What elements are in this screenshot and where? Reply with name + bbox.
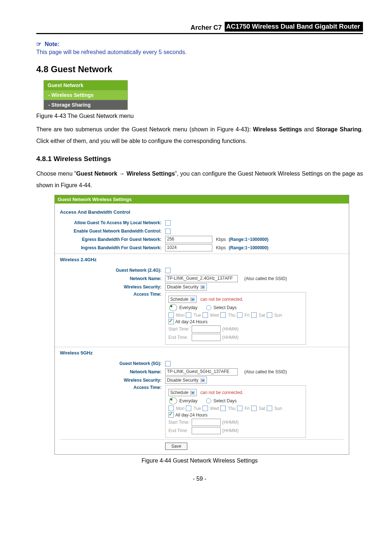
d-fri-24: Fri [245,313,250,318]
chevron-down-icon: ▾ [201,285,205,289]
guest-network-menu: Guest Network - Wireless Settings - Stor… [44,80,128,110]
para1-part-c: and [302,126,316,132]
chevron-down-icon: ▾ [201,378,205,382]
para2-c: Wireless Settings [126,171,175,177]
chk-mon-24[interactable] [168,312,174,318]
lbl-allday-24: All day-24 Hours [175,319,208,324]
radio-everyday-5[interactable] [169,397,177,405]
group-access-title: Access And Bandwidth Control [60,209,344,216]
page-number: - 59 - [36,476,363,482]
lbl-start-5: Start Time: [168,420,190,425]
lbl-everyday-5: Everyday [179,398,197,403]
divider-2 [55,347,349,347]
select-ws24-value: Disable Security [167,284,199,290]
chk-thu-24[interactable] [220,312,226,318]
select-schedule-5[interactable]: Schedule ▾ [168,389,197,396]
chk-allow-local[interactable] [165,220,171,226]
input-nn5[interactable]: TP-LINK_Guest_5GHz_137AFE [165,368,238,376]
row-ingress: Ingress Bandwidth For Guest Network: 102… [60,244,344,251]
input-ingress[interactable]: 1024 [165,244,212,251]
chk-allday-24[interactable] [168,319,174,324]
chk-thu-5[interactable] [220,406,226,411]
lbl-everyday-24: Everyday [179,305,197,310]
row-egress: Egress Bandwidth For Guest Network: 256 … [60,236,344,243]
input-egress[interactable]: 256 [165,236,212,243]
para2-arrow: → [117,171,126,177]
lbl-gn5: Guest Network (5G): [60,361,165,366]
input-end-24[interactable] [192,334,221,341]
chk-sat-5[interactable] [251,406,257,411]
select-ws5[interactable]: Disable Security ▾ [165,377,207,384]
panel-body: Access And Bandwidth Control Allow Guest… [55,204,349,454]
ssid-hint-24: (Also called the SSID) [244,276,287,281]
input-start-5[interactable] [192,419,221,426]
lbl-select-days-5: Select Days [213,398,237,403]
radio-select-days-5[interactable] [206,398,211,403]
d-thu-5: Thu [228,406,236,411]
chk-sun-24[interactable] [267,312,272,318]
chk-wed-5[interactable] [203,406,208,411]
menu-title: Guest Network [44,81,127,90]
para1-part-a: There are two submenus under the Guest N… [36,126,253,132]
d-sun-5: Sun [274,406,282,411]
hhmm-start-5: (HHMM) [222,420,238,425]
d-wed-24: Wed [210,313,219,318]
lbl-select-days-24: Select Days [213,305,237,310]
subsection-heading: 4.8.1 Wireless Settings [36,155,363,163]
menu-storage-sharing[interactable]: - Storage Sharing [44,100,127,110]
schedule-warning-5: can not be connected. [200,390,243,395]
lbl-ingress: Ingress Bandwidth For Guest Network: [60,245,165,250]
d-thu-24: Thu [228,313,236,318]
page: Archer C7 AC1750 Wireless Dual Band Giga… [0,0,392,554]
group-24-title: Wireless 2.4GHz [60,257,344,264]
save-button[interactable]: Save [165,443,187,450]
figure-4-44-caption: Figure 4-44 Guest Network Wireless Setti… [36,457,363,464]
chk-mon-5[interactable] [168,406,174,411]
lbl-at24: Access Time: [60,292,165,297]
chk-enable-bw[interactable] [165,229,171,234]
select-ws24[interactable]: Disable Security ▾ [165,283,207,291]
chk-fri-5[interactable] [237,406,242,411]
row-allow-local: Allow Guest To Access My Local Network: [60,219,344,226]
d-tue-24: Tue [193,313,201,318]
chk-sun-5[interactable] [267,406,272,411]
row-gn24: Guest Network (2.4G): [60,267,344,274]
chk-wed-24[interactable] [203,312,208,318]
d-wed-5: Wed [210,406,219,411]
para-choose-menu: Choose menu "Guest Network → Wireless Se… [36,168,363,191]
d-tue-5: Tue [193,406,201,411]
input-end-5[interactable] [192,427,221,434]
menu-wireless-settings[interactable]: - Wireless Settings [44,90,127,100]
chk-allday-5[interactable] [168,412,174,418]
d-sun-24: Sun [274,313,282,318]
chk-gn24[interactable] [165,268,171,273]
chk-fri-24[interactable] [237,312,242,318]
input-start-24[interactable] [192,325,221,333]
ssid-hint-5: (Also called the SSID) [244,369,287,374]
d-mon-24: Mon [176,313,184,318]
section-heading: 4.8 Guest Network [36,64,363,74]
radio-select-days-24[interactable] [206,305,211,310]
input-nn24[interactable]: TP-LINK_Guest_2.4GHz_137AFF [165,275,238,282]
document-header: Archer C7 AC1750 Wireless Dual Band Giga… [36,22,363,34]
row-nn24: Network Name: TP-LINK_Guest_2.4GHz_137AF… [60,275,344,282]
para2-a: Choose menu " [36,171,76,177]
range-egress: (Range:1~1000000) [229,237,268,242]
note-block: ☞ Note: [36,41,363,48]
para-submenus: There are two submenus under the Guest N… [36,124,363,147]
lbl-at5: Access Time: [60,385,165,390]
chk-gn5[interactable] [165,361,171,366]
chk-sat-24[interactable] [251,312,257,318]
lbl-end-5: End Time: [168,428,190,433]
lbl-allday-5: All day-24 Hours [175,413,208,418]
access-time-box-5: Schedule ▾ can not be connected. Everyda… [165,385,306,438]
lbl-nn24: Network Name: [60,276,165,281]
radio-everyday-24[interactable] [169,304,177,311]
row-enable-bw: Enable Guest Network Bandwidth Control: [60,227,344,235]
chk-tue-24[interactable] [186,312,191,318]
chk-tue-5[interactable] [186,406,191,411]
unit-kbps-1: Kbps [216,237,226,242]
select-schedule-24[interactable]: Schedule ▾ [168,296,197,303]
chevron-down-icon: ▾ [191,297,195,301]
para1-part-d: Storage Sharing [316,126,361,132]
